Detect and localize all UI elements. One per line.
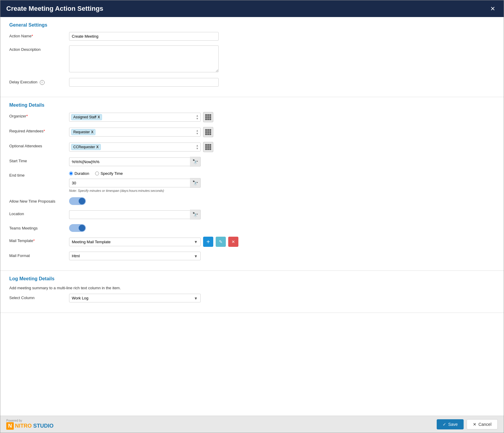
teams-meetings-row: Teams Meetings <box>9 224 495 232</box>
powered-by-text: Powered by <box>6 419 54 422</box>
optional-attendees-input-row: CCRequester X ▲▼ <box>69 142 213 152</box>
select-column-select-wrap: Work Log ▼ <box>69 294 201 302</box>
modal-body: General Settings Action Name* Action Des… <box>0 17 504 416</box>
mail-template-label: Mail Template* <box>9 237 69 243</box>
duration-note: Note: Specify minutes or timespan (days:… <box>69 189 201 192</box>
cancel-button[interactable]: ✕ Cancel <box>467 419 498 429</box>
start-time-label: Start Time <box>9 157 69 163</box>
close-button[interactable]: ✕ <box>488 4 498 13</box>
x-icon: ✕ <box>473 422 476 427</box>
select-column-label: Select Column <box>9 294 69 300</box>
duration-radio-label[interactable]: Duration <box>69 171 89 176</box>
organizer-row: Organizer* Assigned Staff X ▲▼ <box>9 112 495 122</box>
organizer-grid-button[interactable] <box>203 112 213 122</box>
save-button[interactable]: ✓ Save <box>437 419 464 429</box>
action-name-field-wrap <box>69 32 219 41</box>
required-star: * <box>31 34 33 38</box>
teams-meetings-label: Teams Meetings <box>9 224 69 230</box>
required-attendees-tag: Requester X <box>71 129 95 135</box>
required-attendees-container[interactable]: Requester X ▲▼ <box>69 128 201 137</box>
mail-template-edit-button[interactable]: ✎ <box>216 237 226 247</box>
optional-attendees-label: Optional Attendees <box>9 142 69 148</box>
organizer-tag-remove[interactable]: X <box>98 115 100 119</box>
mail-template-row: Mail Template* Meeting Mail Template ▼ +… <box>9 237 495 247</box>
duration-radio[interactable] <box>69 172 73 175</box>
mail-format-row: Mail Format Html Plain Text ▼ <box>9 252 495 260</box>
action-desc-label: Action Description <box>9 45 69 52</box>
location-label: Location <box>9 210 69 216</box>
required-attendees-arrows[interactable]: ▲▼ <box>196 129 199 135</box>
delay-field-wrap <box>69 78 219 87</box>
action-desc-row: Action Description <box>9 45 495 73</box>
delay-info-icon[interactable]: i <box>40 80 45 85</box>
allow-proposals-row: Allow New Time Proposals <box>9 197 495 205</box>
optional-attendees-tag-remove[interactable]: X <box>96 145 99 149</box>
duration-input[interactable] <box>69 179 190 187</box>
location-input[interactable] <box>69 210 190 219</box>
start-time-row: Start Time 🔭 <box>9 157 495 166</box>
action-name-label: Action Name* <box>9 32 69 38</box>
organizer-arrows[interactable]: ▲▼ <box>196 114 199 120</box>
start-time-input-wrap: 🔭 <box>69 157 201 166</box>
checkmark-icon: ✓ <box>443 422 446 427</box>
required-attendees-row: Required Attendees* Requester X ▲▼ <box>9 127 495 137</box>
meeting-details-section: Meeting Details Organizer* Assigned Staf… <box>0 97 504 271</box>
mail-format-select-wrap: Html Plain Text ▼ <box>69 252 201 260</box>
required-attendees-tag-remove[interactable]: X <box>91 130 93 134</box>
required-attendees-input-row: Requester X ▲▼ <box>69 127 213 137</box>
end-time-radio-group: Duration Specify Time <box>69 171 201 176</box>
teams-toggle-knob <box>79 225 85 231</box>
mail-template-select[interactable]: Meeting Mail Template <box>69 238 201 246</box>
teams-toggle[interactable] <box>69 224 86 232</box>
select-column-select[interactable]: Work Log <box>69 294 201 302</box>
log-meeting-section: Log Meeting Details Add meeting summary … <box>0 271 504 313</box>
optional-attendees-tag: CCRequester X <box>71 144 101 150</box>
specify-time-radio-label[interactable]: Specify Time <box>95 171 123 176</box>
action-name-row: Action Name* <box>9 32 495 41</box>
modal-footer: Powered by N NITRO STUDIO ✓ Save ✕ Cance… <box>0 416 504 433</box>
optional-attendees-arrows[interactable]: ▲▼ <box>196 144 199 150</box>
modal-header: Create Meeting Action Settings ✕ <box>0 0 504 17</box>
action-desc-textarea[interactable] <box>69 45 219 72</box>
optional-attendees-container[interactable]: CCRequester X ▲▼ <box>69 143 201 152</box>
location-binoculars-button[interactable]: 🔭 <box>190 210 201 219</box>
delay-label: Delay Execution i <box>9 78 69 85</box>
meeting-details-title: Meeting Details <box>9 102 495 108</box>
organizer-tag-container[interactable]: Assigned Staff X ▲▼ <box>69 113 201 122</box>
duration-input-wrap: 🔭 <box>69 178 201 188</box>
mail-template-delete-button[interactable]: ✕ <box>228 237 238 247</box>
select-column-row: Select Column Work Log ▼ <box>9 294 495 302</box>
allow-proposals-toggle[interactable] <box>69 197 86 205</box>
specify-time-radio[interactable] <box>95 172 99 175</box>
start-time-binoculars-button[interactable]: 🔭 <box>190 157 201 166</box>
optional-attendees-grid-button[interactable] <box>203 142 213 152</box>
organizer-tag: Assigned Staff X <box>71 114 102 120</box>
footer-buttons: ✓ Save ✕ Cancel <box>437 419 498 429</box>
mail-template-controls: Meeting Mail Template ▼ + ✎ ✕ <box>69 237 238 247</box>
nitro-logo: Powered by N NITRO STUDIO <box>6 419 54 430</box>
grid-icon <box>205 114 211 120</box>
general-settings-title: General Settings <box>9 22 495 28</box>
start-time-input[interactable] <box>69 157 190 166</box>
delay-input[interactable] <box>69 78 219 87</box>
log-meeting-description: Add meeting summary to a multi-line rich… <box>9 286 495 290</box>
teams-toggle-wrap <box>69 224 86 232</box>
required-attendees-grid-button[interactable] <box>203 127 213 137</box>
nitro-studio-text: NITRO STUDIO <box>15 423 54 429</box>
modal-container: Create Meeting Action Settings ✕ General… <box>0 0 504 433</box>
general-settings-section: General Settings Action Name* Action Des… <box>0 17 504 97</box>
duration-binoculars-button[interactable]: 🔭 <box>190 178 201 188</box>
organizer-label: Organizer* <box>9 112 69 118</box>
mail-template-add-button[interactable]: + <box>203 237 213 247</box>
allow-proposals-toggle-wrap <box>69 197 86 205</box>
mail-format-select[interactable]: Html Plain Text <box>69 252 201 260</box>
allow-proposals-toggle-knob <box>79 198 85 204</box>
end-time-controls: Duration Specify Time 🔭 Note: Specify mi… <box>69 171 201 192</box>
location-input-wrap: 🔭 <box>69 210 201 219</box>
nitro-n-logo: N <box>6 422 14 430</box>
log-meeting-title: Log Meeting Details <box>9 276 495 281</box>
end-time-row: End time Duration Specify Time <box>9 171 495 192</box>
location-row: Location 🔭 <box>9 210 495 219</box>
mail-format-label: Mail Format <box>9 252 69 258</box>
action-name-input[interactable] <box>69 32 219 41</box>
